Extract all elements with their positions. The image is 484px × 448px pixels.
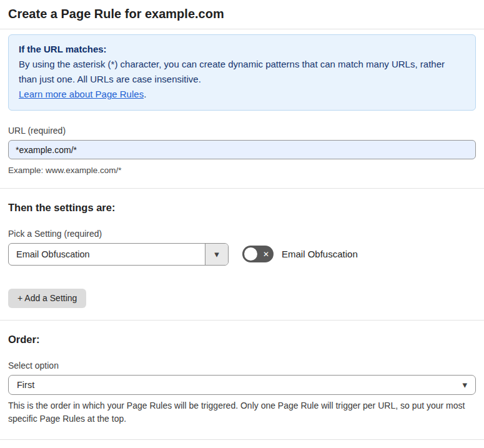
footer-divider — [0, 439, 484, 440]
add-setting-button[interactable]: + Add a Setting — [8, 289, 86, 308]
page-rule-form: Create a Page Rule for example.com If th… — [0, 0, 484, 448]
info-box-link-line: Learn more about Page Rules. — [19, 87, 465, 102]
url-section-divider — [0, 188, 484, 189]
url-input[interactable] — [8, 140, 476, 159]
footer-spacer — [8, 426, 476, 439]
email-obfuscation-toggle-group: ✕ Email Obfuscation — [242, 246, 358, 262]
order-select[interactable]: First ▾ — [8, 375, 476, 395]
url-matches-info-box: If the URL matches: By using the asteris… — [8, 34, 476, 111]
setting-select-arrow-button[interactable]: ▾ — [205, 244, 228, 265]
toggle-label: Email Obfuscation — [282, 249, 358, 259]
title-divider — [0, 29, 484, 29]
page-title: Create a Page Rule for example.com — [8, 0, 476, 29]
order-helper-text: This is the order in which your Page Rul… — [8, 399, 476, 426]
url-field-label: URL (required) — [8, 126, 476, 136]
setting-select[interactable]: Email Obfuscation ▾ — [8, 243, 229, 266]
email-obfuscation-toggle[interactable]: ✕ — [242, 246, 274, 262]
learn-more-link[interactable]: Learn more about Page Rules — [19, 89, 144, 99]
order-select-value: First — [17, 380, 34, 390]
settings-section-heading: Then the settings are: — [8, 202, 476, 214]
chevron-down-icon: ▾ — [462, 379, 467, 391]
toggle-off-x-icon: ✕ — [263, 251, 269, 258]
settings-section-divider — [0, 320, 484, 321]
info-box-body: By using the asterisk (*) character, you… — [19, 57, 465, 87]
setting-select-value: Email Obfuscation — [9, 244, 205, 265]
setting-row: Email Obfuscation ▾ ✕ Email Obfuscation — [8, 243, 476, 266]
pick-setting-label: Pick a Setting (required) — [8, 229, 476, 239]
order-section-heading: Order: — [8, 334, 476, 346]
chevron-down-icon: ▾ — [214, 249, 219, 260]
url-example-helper: Example: www.example.com/* — [8, 164, 476, 177]
info-box-heading: If the URL matches: — [19, 42, 465, 57]
toggle-knob — [244, 247, 257, 261]
link-suffix: . — [144, 89, 146, 99]
order-select-label: Select option — [8, 361, 476, 371]
